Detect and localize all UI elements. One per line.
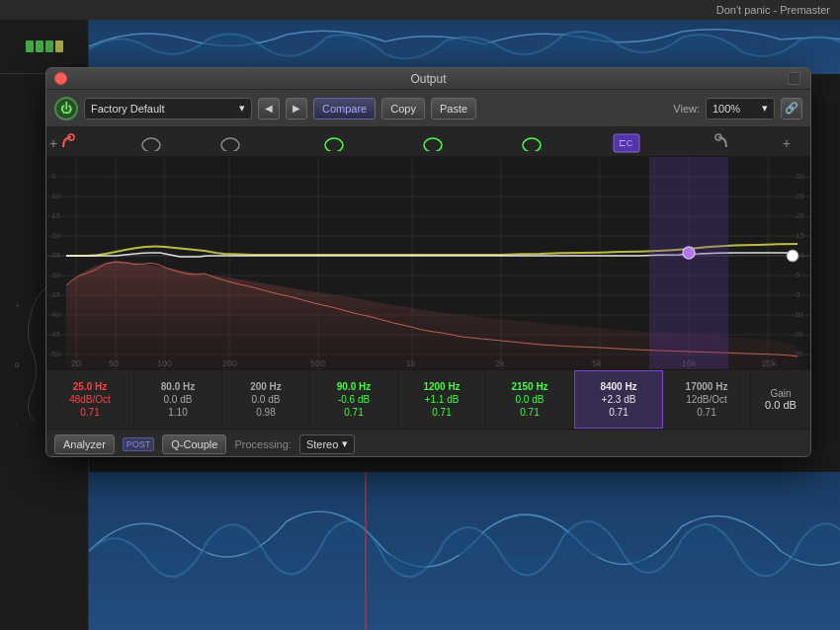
band1-info[interactable]: 25.0 Hz 48dB/Oct 0.71 (46, 370, 134, 429)
add-band-right[interactable]: + (783, 135, 791, 151)
band8-q: 0.71 (697, 407, 715, 418)
analyzer-button[interactable]: Analyzer (54, 434, 115, 454)
db-bar-2 (36, 40, 43, 52)
view-section: View: 100% ▾ 🔗 (673, 98, 802, 119)
waveform-top-svg (89, 20, 840, 74)
band8-icon (709, 133, 728, 151)
svg-text:-: - (15, 420, 18, 427)
band8-knob[interactable] (709, 133, 728, 155)
band2-db: 0.0 dB (164, 394, 193, 405)
preset-dropdown-arrow: ▾ (239, 102, 245, 115)
band7-knob[interactable]: ⊏C (612, 132, 641, 158)
processing-dropdown-arrow: ▾ (342, 437, 348, 450)
svg-text:40: 40 (51, 310, 60, 319)
plugin-bottom-bar: Analyzer POST Q-Couple Processing: Stere… (46, 429, 810, 457)
band6-q: 0.71 (520, 407, 539, 418)
band6-icon (521, 135, 543, 151)
band5-db: +1.1 dB (425, 394, 460, 405)
svg-text:25: 25 (796, 192, 804, 200)
compare-button[interactable]: Compare (313, 98, 376, 119)
band2-info[interactable]: 80.0 Hz 0.0 dB 1.10 (134, 370, 222, 429)
band8-db: 12dB/Oct (686, 394, 727, 405)
minimize-button[interactable] (788, 72, 800, 85)
band5-info[interactable]: 1200 Hz +1.1 dB 0.71 (398, 370, 486, 429)
power-button[interactable]: ⏻ (54, 97, 78, 120)
svg-text:30: 30 (796, 172, 804, 181)
band5-q: 0.71 (432, 407, 451, 418)
band3-freq: 200 Hz (250, 381, 282, 392)
db-meter (22, 37, 67, 56)
svg-text:35: 35 (51, 290, 60, 299)
preset-dropdown[interactable]: Factory Default ▾ (84, 98, 252, 119)
eq-display[interactable]: 5 10 15 20 25 30 35 40 45 50 30 25 20 15… (46, 157, 810, 369)
band7-info[interactable]: 8400 Hz +2.3 dB 0.71 (574, 370, 663, 429)
band6-knob[interactable] (521, 135, 543, 155)
svg-text:15: 15 (51, 211, 60, 220)
svg-text:0: 0 (796, 290, 800, 299)
band2-q: 1.10 (168, 407, 187, 418)
waveform-top (89, 20, 840, 74)
db-meter-area (0, 20, 88, 74)
band7-q: 0.71 (609, 407, 628, 418)
app-title: Don't panic - Premaster (716, 4, 830, 16)
band1-icon (61, 133, 81, 151)
paste-button[interactable]: Paste (431, 98, 476, 119)
band3-icon (219, 135, 241, 151)
svg-point-8 (221, 138, 239, 151)
band3-knob[interactable] (219, 135, 241, 155)
band6-info[interactable]: 2150 Hz 0.0 dB 0.71 (486, 370, 574, 429)
band6-db: 0.0 dB (516, 394, 545, 405)
svg-text:0: 0 (15, 360, 20, 369)
band6-freq: 2150 Hz (511, 381, 547, 392)
svg-text:30: 30 (51, 271, 60, 279)
band1-freq: 25.0 Hz (73, 381, 107, 392)
processing-label: Processing: (234, 438, 291, 450)
copy-button[interactable]: Copy (381, 98, 425, 119)
band5-knob[interactable] (422, 135, 444, 155)
db-bar-4 (55, 40, 63, 52)
band8-info[interactable]: 17000 Hz 12dB/Oct 0.71 (663, 370, 751, 429)
svg-text:20: 20 (51, 231, 60, 240)
plugin-title: Output (410, 72, 446, 86)
band5-freq: 1200 Hz (423, 381, 460, 392)
band1-db: 48dB/Oct (69, 394, 111, 405)
svg-text:⊏C: ⊏C (619, 138, 633, 148)
svg-text:-20: -20 (792, 330, 803, 339)
band1-knob[interactable] (61, 133, 81, 155)
svg-text:20: 20 (796, 211, 804, 220)
gain-value: 0.0 dB (765, 399, 797, 411)
post-badge: POST (123, 437, 155, 451)
band2-knob[interactable] (140, 135, 162, 155)
add-band-left[interactable]: + (49, 135, 57, 151)
band3-db: 0.0 dB (252, 394, 281, 405)
band4-info[interactable]: 90.0 Hz -0.6 dB 0.71 (310, 370, 398, 429)
waveform-bottom (89, 472, 840, 630)
svg-text:25: 25 (51, 251, 60, 260)
svg-text:5: 5 (796, 271, 800, 279)
band2-icon (140, 135, 162, 151)
svg-point-10 (424, 138, 442, 151)
processing-dropdown[interactable]: Stereo ▾ (299, 434, 355, 454)
close-button[interactable] (54, 72, 67, 85)
gain-info: Gain 0.0 dB (751, 370, 810, 429)
svg-text:+: + (15, 301, 20, 310)
db-bar-3 (45, 40, 53, 52)
svg-point-7 (142, 138, 160, 151)
band7-db: +2.3 dB (602, 394, 636, 405)
preset-name: Factory Default (91, 103, 165, 115)
link-button[interactable]: 🔗 (781, 98, 802, 119)
next-preset-button[interactable]: ▶ (286, 98, 307, 119)
svg-text:50: 50 (51, 350, 60, 358)
qcouple-button[interactable]: Q-Couple (162, 434, 226, 454)
view-zoom-dropdown[interactable]: 100% ▾ (706, 98, 775, 119)
prev-preset-button[interactable]: ◀ (258, 98, 280, 119)
svg-point-9 (325, 138, 343, 151)
svg-text:45: 45 (51, 330, 60, 339)
band3-q: 0.98 (256, 407, 275, 418)
svg-point-11 (523, 138, 541, 151)
plugin-titlebar: Output (46, 68, 810, 90)
band3-info[interactable]: 200 Hz 0.0 dB 0.98 (222, 370, 310, 429)
gain-label: Gain (770, 388, 791, 399)
band4-knob[interactable] (323, 135, 345, 155)
band4-freq: 90.0 Hz (337, 381, 371, 392)
